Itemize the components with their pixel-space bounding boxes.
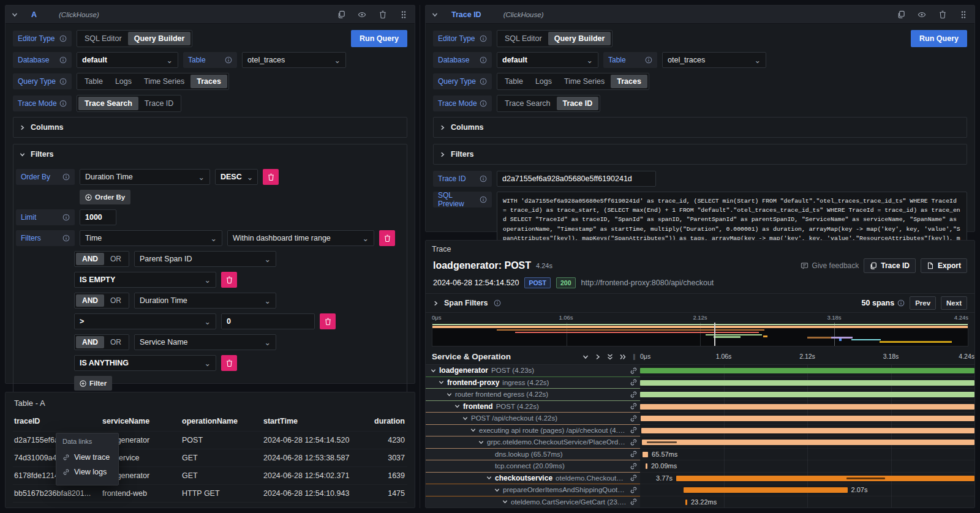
span-link-icon[interactable] xyxy=(630,378,638,386)
remove-condition-button[interactable] xyxy=(221,272,237,288)
next-button[interactable]: Next xyxy=(941,296,967,310)
span-row[interactable]: executing api route (pages) /api/checkou… xyxy=(426,425,974,437)
chevron-down-icon[interactable] xyxy=(431,368,436,373)
expand-one-icon[interactable] xyxy=(595,354,601,360)
span-bar[interactable] xyxy=(641,416,974,421)
filter-time-field-select[interactable]: Time⌄ xyxy=(80,230,222,246)
info-icon[interactable] xyxy=(59,35,67,42)
info-icon[interactable] xyxy=(225,56,232,64)
chevron-down-icon[interactable] xyxy=(470,427,476,433)
table-select[interactable]: otel_traces⌄ xyxy=(662,52,766,68)
span-row[interactable]: prepareOrderItemsAndShippingQuoteFromCar… xyxy=(426,484,974,496)
chevron-down-icon[interactable] xyxy=(454,403,460,409)
editor-type-sql-editor[interactable]: SQL Editor xyxy=(499,32,548,45)
remove-condition-button[interactable] xyxy=(221,355,237,371)
drag-handle-icon[interactable] xyxy=(959,10,968,20)
span-bar[interactable] xyxy=(642,440,974,445)
span-link-icon[interactable] xyxy=(630,450,638,458)
condition-field-select[interactable]: Parent Span ID⌄ xyxy=(134,251,276,267)
condition-field-select[interactable]: Service Name⌄ xyxy=(134,334,276,350)
order-by-direction-select[interactable]: DESC⌄ xyxy=(215,169,258,185)
columns-section-header[interactable]: Columns xyxy=(13,118,407,137)
condition-field-select[interactable]: Duration Time⌄ xyxy=(134,293,276,309)
columns-section-header[interactable]: Columns xyxy=(434,118,967,137)
chevron-down-icon[interactable] xyxy=(494,487,500,493)
span-bar[interactable] xyxy=(640,404,974,410)
remove-condition-button[interactable] xyxy=(320,313,336,329)
remove-filter-button[interactable] xyxy=(379,230,395,246)
span-link-icon[interactable] xyxy=(630,486,638,494)
span-link-icon[interactable] xyxy=(630,426,638,434)
info-icon[interactable] xyxy=(480,175,487,182)
span-row[interactable]: POST /api/checkout (4.22s) xyxy=(426,413,974,425)
span-row[interactable]: tcp.connect (20.09ms)20.09ms xyxy=(426,460,974,473)
trace-mode-id[interactable]: Trace ID xyxy=(557,97,599,110)
info-icon[interactable] xyxy=(62,234,70,242)
span-row[interactable]: oteldemo.CartService/GetCart (23.22ms)23… xyxy=(426,496,974,508)
info-icon[interactable] xyxy=(897,299,905,307)
cell-traceid[interactable]: bb5167b236bfa8201... xyxy=(13,485,101,503)
span-bar[interactable] xyxy=(641,428,974,433)
database-select[interactable]: default⌄ xyxy=(77,52,178,68)
info-icon[interactable] xyxy=(480,35,487,42)
query-type-table[interactable]: Table xyxy=(499,75,529,88)
query-type-logs[interactable]: Logs xyxy=(109,75,138,88)
eye-icon[interactable] xyxy=(917,10,927,20)
col-header-operationname[interactable]: operationName xyxy=(181,414,262,432)
info-icon[interactable] xyxy=(62,173,70,181)
table-select[interactable]: otel_traces⌄ xyxy=(242,52,346,68)
span-link-icon[interactable] xyxy=(630,462,638,470)
span-bar[interactable] xyxy=(640,380,974,386)
expand-all-icon[interactable] xyxy=(619,354,627,360)
span-link-icon[interactable] xyxy=(630,438,638,446)
duplicate-icon[interactable] xyxy=(896,10,906,20)
query-type-traces[interactable]: Traces xyxy=(611,75,647,88)
query-type-logs[interactable]: Logs xyxy=(529,75,558,88)
span-link-icon[interactable] xyxy=(630,367,638,375)
span-bar[interactable] xyxy=(685,500,687,505)
export-button[interactable]: Export xyxy=(921,258,967,273)
filters-section-header[interactable]: Filters xyxy=(13,144,407,164)
duplicate-icon[interactable] xyxy=(336,10,346,20)
eye-icon[interactable] xyxy=(357,10,367,20)
drag-handle-icon[interactable] xyxy=(399,10,409,20)
span-bar[interactable] xyxy=(640,368,974,373)
chevron-down-icon[interactable] xyxy=(502,499,508,504)
span-row[interactable]: router frontend egress (4.22s) xyxy=(426,389,974,401)
prev-button[interactable]: Prev xyxy=(910,296,936,310)
run-query-button[interactable]: Run Query xyxy=(351,30,407,47)
remove-order-by-button[interactable] xyxy=(263,169,279,185)
info-icon[interactable] xyxy=(480,78,487,85)
info-icon[interactable] xyxy=(480,100,487,107)
info-icon[interactable] xyxy=(494,299,501,307)
query-header-trace-id[interactable]: Trace ID (ClickHouse) xyxy=(426,6,974,24)
filters-section-header[interactable]: Filters xyxy=(434,144,967,164)
chevron-down-icon[interactable] xyxy=(12,12,18,18)
query-type-time-series[interactable]: Time Series xyxy=(558,75,611,88)
view-logs-link[interactable]: View logs xyxy=(62,465,112,479)
chevron-down-icon[interactable] xyxy=(439,380,444,385)
col-header-duration[interactable]: duration xyxy=(354,414,407,432)
panel-splitter[interactable] xyxy=(415,5,425,508)
query-type-traces[interactable]: Traces xyxy=(190,75,227,88)
chevron-down-icon[interactable] xyxy=(486,475,492,481)
limit-input[interactable] xyxy=(80,209,116,225)
span-row[interactable]: checkoutserviceoteldemo.CheckoutService/… xyxy=(426,473,974,485)
add-order-by-button[interactable]: Order By xyxy=(80,190,130,204)
bool-and[interactable]: AND xyxy=(76,294,104,307)
trace-mode-id[interactable]: Trace ID xyxy=(138,97,179,110)
col-header-servicename[interactable]: serviceName xyxy=(101,414,181,432)
filter-time-op-select[interactable]: Within dashboard time range⌄ xyxy=(227,230,374,246)
order-by-field-select[interactable]: Duration Time⌄ xyxy=(80,169,210,185)
bool-and[interactable]: AND xyxy=(76,336,104,348)
run-query-button[interactable]: Run Query xyxy=(911,30,967,47)
span-bar[interactable] xyxy=(646,463,647,469)
col-header-traceid[interactable]: traceID xyxy=(13,414,101,432)
col-header-starttime[interactable]: startTime xyxy=(262,414,354,432)
view-trace-link[interactable]: View trace xyxy=(62,450,112,465)
span-bar[interactable] xyxy=(676,476,974,481)
condition-op-select[interactable]: IS ANYTHING⌄ xyxy=(74,355,216,371)
editor-type-sql-editor[interactable]: SQL Editor xyxy=(78,32,128,45)
info-icon[interactable] xyxy=(59,56,67,64)
database-select[interactable]: default⌄ xyxy=(497,52,598,68)
